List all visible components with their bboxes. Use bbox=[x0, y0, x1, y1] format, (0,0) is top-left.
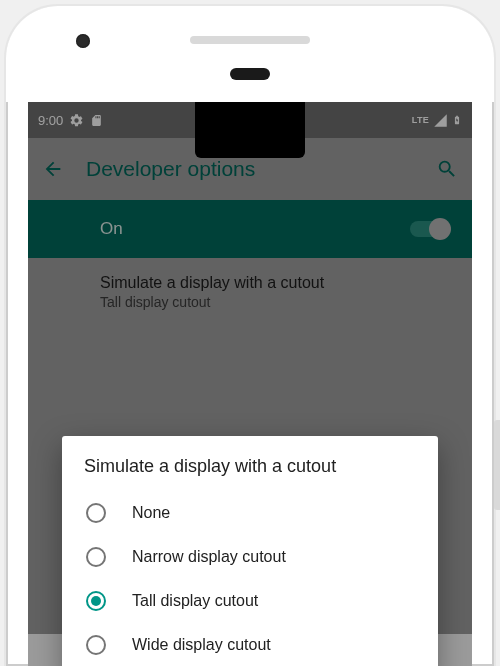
device-screen: 9:00 LTE D bbox=[28, 102, 472, 666]
dialog-option-label: Wide display cutout bbox=[132, 636, 271, 654]
dialog-option-label: Tall display cutout bbox=[132, 592, 258, 610]
dialog-title: Simulate a display with a cutout bbox=[84, 456, 416, 477]
earpiece-speaker bbox=[190, 36, 310, 44]
radio-icon[interactable] bbox=[86, 503, 106, 523]
phone-side-button bbox=[494, 420, 500, 510]
dialog-option[interactable]: None bbox=[84, 491, 416, 535]
display-cutout-notch bbox=[195, 102, 305, 158]
radio-icon[interactable] bbox=[86, 635, 106, 655]
cutout-dialog: Simulate a display with a cutout NoneNar… bbox=[62, 436, 438, 666]
front-camera bbox=[76, 34, 90, 48]
phone-bezel-top bbox=[6, 6, 494, 102]
dialog-option-label: Narrow display cutout bbox=[132, 548, 286, 566]
radio-icon[interactable] bbox=[86, 547, 106, 567]
dialog-option-label: None bbox=[132, 504, 170, 522]
dialog-option[interactable]: Wide display cutout bbox=[84, 623, 416, 666]
phone-frame: 9:00 LTE D bbox=[6, 6, 494, 666]
dialog-options: NoneNarrow display cutoutTall display cu… bbox=[84, 491, 416, 666]
radio-icon[interactable] bbox=[86, 591, 106, 611]
dialog-option[interactable]: Tall display cutout bbox=[84, 579, 416, 623]
dialog-option[interactable]: Narrow display cutout bbox=[84, 535, 416, 579]
sensor-pill bbox=[230, 68, 270, 80]
